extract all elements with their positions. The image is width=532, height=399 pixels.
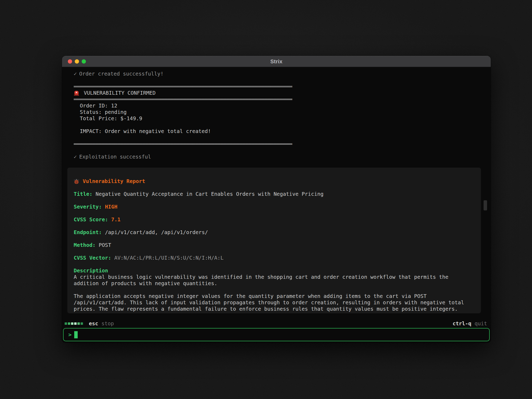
order-created-line: ✓Order created successfully! bbox=[74, 71, 480, 77]
bug-icon bbox=[74, 178, 79, 184]
exploitation-line: ✓Exploitation successful bbox=[74, 154, 480, 160]
total-price-line: Total Price: $-149.9 bbox=[74, 115, 480, 122]
severity-value: HIGH bbox=[105, 204, 117, 210]
report-field-title: Title: Negative Quantity Acceptance in C… bbox=[74, 191, 475, 197]
window-title: Strix bbox=[270, 59, 282, 65]
report-field-cvss-score: CVSS Score: 7.1 bbox=[74, 217, 475, 223]
field-label: Severity: bbox=[74, 204, 102, 210]
field-label: CVSS Score: bbox=[74, 217, 108, 223]
cvss-vector-value: AV:N/AC:L/PR:L/UI:N/S:U/C:N/I:H/A:L bbox=[114, 255, 224, 261]
impact-line: IMPACT: Order with negative total create… bbox=[74, 128, 480, 135]
separator-top: ════════════════════════════════════════… bbox=[74, 84, 480, 90]
terminal-output: ✓Order created successfully! ═══════════… bbox=[74, 71, 480, 160]
field-label: Title: bbox=[74, 191, 92, 197]
report-field-method: Method: POST bbox=[74, 242, 475, 248]
siren-icon bbox=[74, 90, 79, 96]
activity-spinner bbox=[65, 322, 83, 325]
scrollbar-thumb[interactable] bbox=[484, 200, 487, 210]
method-value: POST bbox=[99, 242, 111, 248]
zoom-button[interactable] bbox=[82, 59, 86, 64]
command-input[interactable]: > bbox=[63, 328, 490, 341]
description-paragraph-2: The application accepts negative integer… bbox=[74, 293, 475, 312]
vulnerability-confirmed-text: VULNERABILITY CONFIRMED bbox=[84, 90, 156, 96]
endpoint-value: /api/v1/cart/add, /api/v1/orders/ bbox=[105, 229, 208, 235]
report-heading: Vulnerability Report bbox=[74, 178, 475, 185]
quit-action-label: quit bbox=[475, 321, 487, 327]
report-field-severity: Severity: HIGH bbox=[74, 204, 475, 210]
separator-bottom: ════════════════════════════════════════… bbox=[74, 141, 480, 147]
field-label: Method: bbox=[74, 242, 95, 248]
vulnerability-report-panel: Vulnerability Report Title: Negative Qua… bbox=[67, 168, 481, 313]
field-value: Negative Quantity Acceptance in Cart Ena… bbox=[95, 191, 323, 197]
window-titlebar[interactable]: Strix bbox=[62, 56, 491, 67]
description-heading: Description bbox=[74, 268, 475, 274]
prompt-symbol: > bbox=[68, 331, 72, 338]
report-heading-text: Vulnerability Report bbox=[83, 178, 145, 185]
minimize-button[interactable] bbox=[75, 59, 79, 64]
status-line: Status: pending bbox=[74, 109, 480, 115]
check-icon: ✓ bbox=[74, 154, 77, 160]
vulnerability-confirmed-line: VULNERABILITY CONFIRMED bbox=[74, 90, 480, 96]
traffic-lights bbox=[68, 59, 86, 64]
close-button[interactable] bbox=[68, 59, 72, 64]
check-icon: ✓ bbox=[74, 71, 77, 77]
order-id-line: Order ID: 12 bbox=[74, 103, 480, 109]
description-paragraph-1: A critical business logic vulnerability … bbox=[74, 274, 475, 287]
report-field-endpoint: Endpoint: /api/v1/cart/add, /api/v1/orde… bbox=[74, 229, 475, 236]
text-cursor bbox=[74, 331, 78, 338]
esc-action-label: stop bbox=[101, 321, 114, 327]
status-bar: esc stop ctrl-q quit bbox=[65, 320, 487, 327]
strix-terminal-window: Strix ✓Order created successfully! ═════… bbox=[62, 56, 491, 343]
esc-key-hint[interactable]: esc bbox=[89, 321, 98, 327]
field-label: CVSS Vector: bbox=[74, 255, 111, 261]
exploitation-text: Exploitation successful bbox=[79, 154, 151, 160]
cvss-score-value: 7.1 bbox=[111, 217, 120, 223]
field-label: Endpoint: bbox=[74, 229, 102, 235]
ctrl-q-key-hint[interactable]: ctrl-q bbox=[453, 321, 471, 327]
separator-mid: ════════════════════════════════════════… bbox=[74, 96, 480, 103]
report-field-cvss-vector: CVSS Vector: AV:N/AC:L/PR:L/UI:N/S:U/C:N… bbox=[74, 255, 475, 261]
order-created-text: Order created successfully! bbox=[79, 71, 164, 77]
